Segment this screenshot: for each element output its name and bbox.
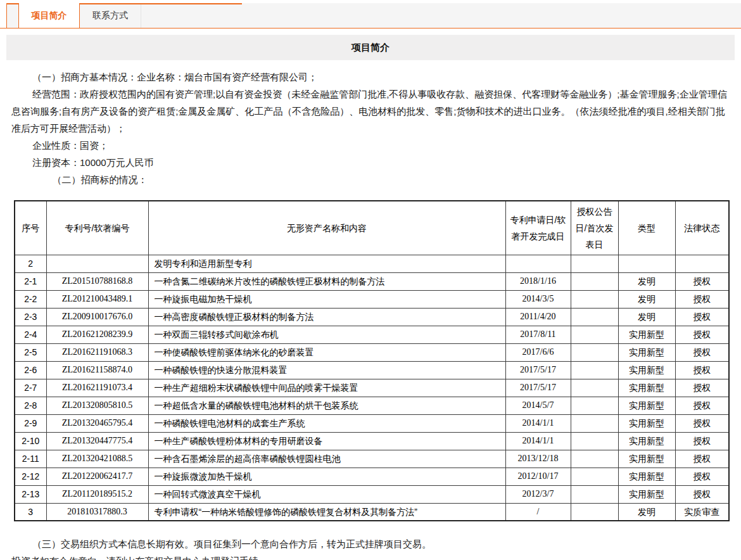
table-cell: 授权 — [675, 343, 729, 361]
table-cell: ZL201320421088.5 — [46, 450, 148, 468]
tab-project-intro[interactable]: 项目简介 — [18, 3, 80, 28]
table-cell: 2-5 — [15, 343, 46, 361]
table-row: 2-13ZL201120189515.2一种回转式微波真空干燥机2012/3/7… — [15, 485, 729, 503]
table-cell: 3 — [15, 503, 46, 521]
col-header-index: 序号 — [15, 201, 46, 255]
table-cell: 一种回转式微波真空干燥机 — [148, 485, 505, 503]
table-cell — [571, 485, 618, 503]
table-cell: 2017/8/11 — [505, 326, 571, 343]
col-header-legal-status: 法律状态 — [675, 201, 729, 255]
table-cell: 一种双面三辊转移式间歇涂布机 — [148, 326, 505, 343]
table-cell — [571, 414, 618, 432]
table-cell: 授权 — [675, 272, 729, 290]
table-cell: 实用新型 — [618, 485, 675, 503]
table-cell — [618, 255, 675, 272]
table-cell: 授权 — [675, 432, 729, 450]
table-cell: ZL201320447775.4 — [46, 432, 148, 450]
table-cell: 一种旋振微波加热干燥机 — [148, 468, 505, 485]
table-cell: 实用新型 — [618, 343, 675, 361]
table-cell: 2014/5/7 — [505, 397, 571, 414]
table-cell: 授权 — [675, 379, 729, 397]
project-intro-content: （一）招商方基本情况：企业名称：烟台市国有资产经营有限公司； 经营范围：政府授权… — [0, 60, 741, 560]
table-cell: 一种生产磷酸铁锂粉体材料的专用研磨设备 — [148, 432, 505, 450]
table-cell: ZL201120189515.2 — [46, 485, 148, 503]
table-cell: 2-12 — [15, 468, 46, 485]
table-cell: 实用新型 — [618, 361, 675, 379]
table-cell: 实用新型 — [618, 397, 675, 414]
table-cell — [46, 255, 148, 272]
table-cell — [571, 272, 618, 290]
table-cell: ZL201621158874.0 — [46, 361, 148, 379]
assets-table-header: 序号 专利号/软著编号 无形资产名称和内容 专利申请日/软著开发完成日 授权公告… — [15, 201, 729, 255]
table-cell: 2014/1/1 — [505, 432, 571, 450]
page-title: 项目简介 — [352, 42, 390, 54]
tab-contact[interactable]: 联系方式 — [80, 3, 141, 28]
table-cell: / — [505, 503, 571, 521]
table-cell: 一种含石墨烯涂层的超高倍率磷酸铁锂圆柱电池 — [148, 450, 505, 468]
table-cell: 实质审查 — [675, 503, 729, 521]
table-cell: ZL201510788168.8 — [46, 272, 148, 290]
table-row: 2发明专利和适用新型专利 — [15, 255, 729, 272]
table-cell: 实用新型 — [618, 379, 675, 397]
table-cell: ZL201220062417.7 — [46, 468, 148, 485]
table-cell: 2011/4/20 — [505, 308, 571, 326]
table-cell: 一种使磷酸铁锂前驱体纳米化的砂磨装置 — [148, 343, 505, 361]
table-cell: 授权 — [675, 290, 729, 308]
trade-notes: （三）交易组织方式本信息长期有效。项目征集到一个意向合作方后，转为正式挂牌项目交… — [11, 535, 732, 560]
table-cell: 授权 — [675, 361, 729, 379]
table-cell: 授权 — [675, 485, 729, 503]
table-cell: 实用新型 — [618, 326, 675, 343]
tab-bar-inner: 项目简介 联系方式 — [6, 3, 741, 28]
table-cell: 2017/5/17 — [505, 361, 571, 379]
table-cell: 一种含氮二维碳纳米片改性的磷酸铁锂正极材料的制备方法 — [148, 272, 505, 290]
table-row: 2-7ZL201621191073.4一种生产超细粉末状磷酸铁锂中间品的喷雾干燥… — [15, 379, 729, 397]
para-trade-method: （三）交易组织方式本信息长期有效。项目征集到一个意向合作方后，转为正式挂牌项目交… — [11, 535, 732, 552]
table-cell: 201810317880.3 — [46, 503, 148, 521]
table-cell: 2-6 — [15, 361, 46, 379]
table-cell: 2-3 — [15, 308, 46, 326]
table-cell: 发明 — [618, 308, 675, 326]
table-cell: 2017/6/6 — [505, 343, 571, 361]
table-row: 2-4ZL201621208239.9一种双面三辊转移式间歇涂布机2017/8/… — [15, 326, 729, 343]
para-business-scope: 经营范围：政府授权范围内的国有资产管理;以自有资金投资（未经金融监管部门批准,不… — [11, 86, 732, 137]
table-cell: 2014/1/1 — [505, 414, 571, 432]
table-cell — [505, 255, 571, 272]
table-cell: 2-9 — [15, 414, 46, 432]
table-cell: 实用新型 — [618, 450, 675, 468]
table-cell: 发明 — [618, 272, 675, 290]
tab-bar: 项目简介 联系方式 — [0, 3, 741, 29]
table-cell: 实用新型 — [618, 414, 675, 432]
table-cell: 2-2 — [15, 290, 46, 308]
table-cell: 一种磷酸铁锂的快速分散混料装置 — [148, 361, 505, 379]
table-cell: 2012/3/7 — [505, 485, 571, 503]
table-cell: ZL201621191068.3 — [46, 343, 148, 361]
para-company-name: （一）招商方基本情况：企业名称：烟台市国有资产经营有限公司； — [11, 68, 732, 86]
table-cell: 2018/1/16 — [505, 272, 571, 290]
col-header-publish-date: 授权公告日/首次发表日 — [571, 201, 618, 255]
table-cell: 一种超低含水量的磷酸铁锂电池材料的烘干包装系统 — [148, 397, 505, 414]
table-cell — [571, 343, 618, 361]
table-row: 3201810317880.3专利申请权“一种纳米锆酸锂修饰的磷酸铁锂复合材料及… — [15, 503, 729, 521]
table-cell — [571, 450, 618, 468]
table-row: 2-3ZL200910017676.0一种高密度磷酸铁锂正极材料的制备方法201… — [15, 308, 729, 326]
table-cell — [571, 290, 618, 308]
col-header-patent-no: 专利号/软著编号 — [46, 201, 148, 255]
table-cell: 一种高密度磷酸铁锂正极材料的制备方法 — [148, 308, 505, 326]
table-cell: 授权 — [675, 308, 729, 326]
table-cell: 实用新型 — [618, 468, 675, 485]
table-cell: 发明 — [618, 503, 675, 521]
table-cell: 授权 — [675, 326, 729, 343]
table-cell — [571, 503, 618, 521]
table-row: 2-9ZL201320465795.4一种磷酸铁锂电池材料的成套生产系统2014… — [15, 414, 729, 432]
table-cell: 一种磷酸铁锂电池材料的成套生产系统 — [148, 414, 505, 432]
table-row: 2-6ZL201621158874.0一种磷酸铁锂的快速分散混料装置2017/5… — [15, 361, 729, 379]
table-cell — [571, 326, 618, 343]
table-cell: 专利申请权“一种纳米锆酸锂修饰的磷酸铁锂复合材料及其制备方法” — [148, 503, 505, 521]
para-target-heading: （二）招商标的情况： — [11, 171, 732, 188]
table-cell: 发明 — [618, 290, 675, 308]
table-cell: 2013/12/18 — [505, 450, 571, 468]
assets-table-body: 2发明专利和适用新型专利2-1ZL201510788168.8一种含氮二维碳纳米… — [15, 255, 729, 521]
table-cell: 授权 — [675, 414, 729, 432]
table-cell: 2 — [15, 255, 46, 272]
table-cell: ZL201320465795.4 — [46, 414, 148, 432]
